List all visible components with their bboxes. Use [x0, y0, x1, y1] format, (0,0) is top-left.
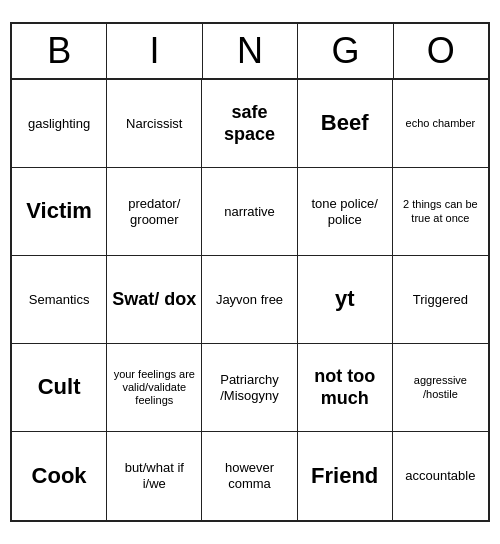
- header-letter-o: O: [394, 24, 488, 78]
- bingo-cell-3: Beef: [298, 80, 393, 168]
- bingo-cell-18: not too much: [298, 344, 393, 432]
- bingo-cell-text-14: Triggered: [413, 292, 468, 308]
- bingo-cell-1: Narcissist: [107, 80, 202, 168]
- bingo-cell-22: however comma: [202, 432, 297, 520]
- bingo-cell-15: Cult: [12, 344, 107, 432]
- bingo-cell-text-22: however comma: [207, 460, 291, 491]
- bingo-cell-text-9: 2 things can be true at once: [398, 198, 483, 224]
- header-letter-b: B: [12, 24, 107, 78]
- bingo-header: BINGO: [12, 24, 488, 80]
- bingo-cell-text-0: gaslighting: [28, 116, 90, 132]
- bingo-cell-23: Friend: [298, 432, 393, 520]
- bingo-cell-20: Cook: [12, 432, 107, 520]
- header-letter-n: N: [203, 24, 298, 78]
- bingo-cell-text-11: Swat/ dox: [112, 289, 196, 311]
- bingo-cell-2: safe space: [202, 80, 297, 168]
- bingo-cell-text-18: not too much: [303, 366, 387, 409]
- bingo-cell-text-7: narrative: [224, 204, 275, 220]
- header-letter-i: I: [107, 24, 202, 78]
- bingo-cell-12: Jayvon free: [202, 256, 297, 344]
- header-letter-g: G: [298, 24, 393, 78]
- bingo-cell-0: gaslighting: [12, 80, 107, 168]
- bingo-cell-text-20: Cook: [32, 463, 87, 489]
- bingo-cell-24: accountable: [393, 432, 488, 520]
- bingo-cell-9: 2 things can be true at once: [393, 168, 488, 256]
- bingo-cell-16: your feelings are valid/validate feeling…: [107, 344, 202, 432]
- bingo-cell-text-24: accountable: [405, 468, 475, 484]
- bingo-cell-7: narrative: [202, 168, 297, 256]
- bingo-cell-text-16: your feelings are valid/validate feeling…: [112, 368, 196, 408]
- bingo-cell-6: predator/ groomer: [107, 168, 202, 256]
- bingo-cell-text-5: Victim: [26, 198, 92, 224]
- bingo-card: BINGO gaslightingNarcissistsafe spaceBee…: [10, 22, 490, 522]
- bingo-cell-text-23: Friend: [311, 463, 378, 489]
- bingo-cell-text-10: Semantics: [29, 292, 90, 308]
- bingo-cell-text-13: yt: [335, 286, 355, 312]
- bingo-cell-21: but/what if i/we: [107, 432, 202, 520]
- bingo-cell-4: echo chamber: [393, 80, 488, 168]
- bingo-cell-10: Semantics: [12, 256, 107, 344]
- bingo-cell-text-12: Jayvon free: [216, 292, 283, 308]
- bingo-cell-13: yt: [298, 256, 393, 344]
- bingo-cell-text-1: Narcissist: [126, 116, 182, 132]
- bingo-cell-17: Patriarchy /Misogyny: [202, 344, 297, 432]
- bingo-cell-14: Triggered: [393, 256, 488, 344]
- bingo-grid: gaslightingNarcissistsafe spaceBeefecho …: [12, 80, 488, 520]
- bingo-cell-text-15: Cult: [38, 374, 81, 400]
- bingo-cell-text-19: aggressive /hostile: [398, 374, 483, 400]
- bingo-cell-text-4: echo chamber: [406, 117, 476, 130]
- bingo-cell-text-17: Patriarchy /Misogyny: [207, 372, 291, 403]
- bingo-cell-text-8: tone police/ police: [303, 196, 387, 227]
- bingo-cell-11: Swat/ dox: [107, 256, 202, 344]
- bingo-cell-text-3: Beef: [321, 110, 369, 136]
- bingo-cell-19: aggressive /hostile: [393, 344, 488, 432]
- bingo-cell-5: Victim: [12, 168, 107, 256]
- bingo-cell-text-2: safe space: [207, 102, 291, 145]
- bingo-cell-text-21: but/what if i/we: [112, 460, 196, 491]
- bingo-cell-text-6: predator/ groomer: [112, 196, 196, 227]
- bingo-cell-8: tone police/ police: [298, 168, 393, 256]
